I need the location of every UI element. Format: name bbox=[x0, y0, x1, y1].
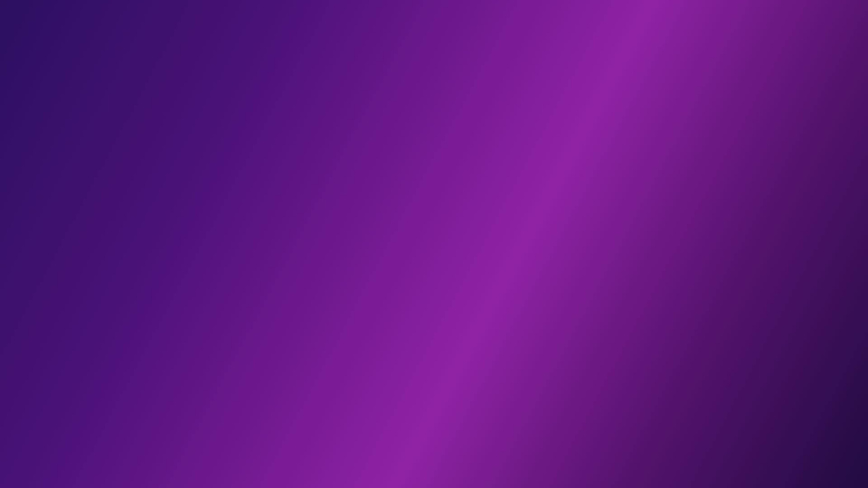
desktop-wallpaper bbox=[0, 0, 868, 488]
